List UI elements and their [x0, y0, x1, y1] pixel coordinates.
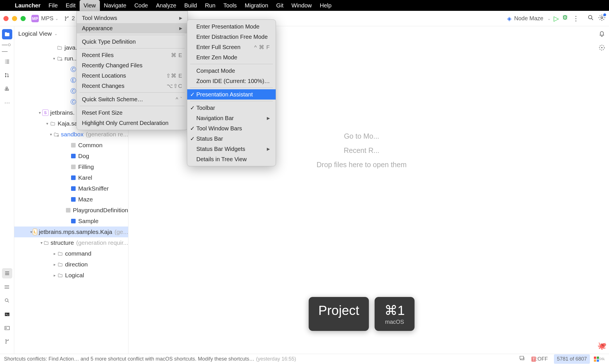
tool-icon-a[interactable]	[2, 268, 12, 278]
tree-row[interactable]: Sample	[14, 216, 128, 227]
octocat-icon[interactable]: 🐙	[597, 341, 606, 350]
menu-item-tool-window-bars[interactable]: ✓Tool Window Bars	[187, 123, 276, 134]
tree-row[interactable]: ▾Msandbox(generation re...	[14, 129, 128, 140]
byte-icon[interactable]	[598, 44, 606, 53]
menubar-file[interactable]: File	[45, 0, 62, 11]
menu-item-tool-windows[interactable]: Tool Windows▶	[77, 13, 187, 23]
menubar-view[interactable]: View	[80, 0, 100, 11]
more-vertical-icon[interactable]: ⋮	[572, 15, 579, 23]
menu-item-enter-full-screen[interactable]: Enter Full Screen^ ⌘ F	[187, 42, 276, 52]
window-close-button[interactable]	[3, 16, 9, 21]
menubar-build[interactable]: Build	[180, 0, 201, 11]
menubar-analyze[interactable]: Analyze	[152, 0, 180, 11]
chevron-down-icon[interactable]: ⌄	[55, 16, 59, 21]
menu-item-highlight-only-current-declaration[interactable]: Highlight Only Current Declaration	[77, 118, 187, 128]
svg-point-14	[601, 47, 602, 48]
menu-item-status-bar-widgets[interactable]: Status Bar Widgets▶	[187, 144, 276, 154]
git-tool-icon[interactable]	[2, 337, 12, 347]
tree-chevron-icon[interactable]: ▾	[29, 230, 33, 234]
search-icon[interactable]	[587, 14, 594, 23]
menu-item-zoom-ide-current-100-[interactable]: Zoom IDE (Current: 100%)…	[187, 76, 276, 86]
commit-tool-icon[interactable]: —○—	[2, 43, 12, 53]
build-tool-icon[interactable]	[2, 84, 12, 94]
cube-icon: ◈	[507, 15, 511, 22]
tree-row[interactable]: ▾structure(generation requir...	[14, 237, 128, 248]
tree-row[interactable]: Karel	[14, 172, 128, 183]
find-tool-icon[interactable]	[2, 296, 12, 306]
menu-item-recently-changed-files[interactable]: Recently Changed Files	[77, 60, 187, 70]
tree-chevron-icon[interactable]: ▸	[52, 262, 57, 267]
memory-widget[interactable]: 5781 of 6807	[554, 354, 590, 364]
more-tool-icon[interactable]: ⋯	[2, 98, 12, 108]
menubar-code[interactable]: Code	[130, 0, 152, 11]
menubar-tools[interactable]: Tools	[219, 0, 241, 11]
tool-icon-b[interactable]	[2, 282, 12, 292]
play-icon[interactable]: ▷	[554, 15, 559, 23]
run-config-selector[interactable]: ◈ Node Maze ⌄	[507, 15, 551, 22]
menu-item-quick-type-definition[interactable]: Quick Type Definition	[77, 37, 187, 47]
pull-requests-tool-icon[interactable]	[2, 70, 12, 80]
menu-item-navigation-bar[interactable]: Navigation Bar▶	[187, 113, 276, 123]
project-badge-icon[interactable]: MP	[31, 15, 39, 22]
node-blue-icon	[70, 196, 76, 203]
menubar-edit[interactable]: Edit	[62, 0, 79, 11]
tree-row[interactable]: Dog	[14, 151, 128, 161]
project-name[interactable]: MPS	[41, 15, 53, 22]
dsl-icon[interactable]: DSL	[594, 357, 605, 362]
tree-chevron-icon[interactable]: ▾	[39, 240, 44, 245]
menu-label: Enter Presentation Mode	[196, 23, 259, 30]
svg-point-6	[5, 287, 5, 287]
menu-item-details-in-tree-view[interactable]: Details in Tree View	[187, 154, 276, 164]
window-minimize-button[interactable]	[12, 16, 17, 21]
tree-row[interactable]: Common	[14, 140, 128, 151]
menu-item-compact-mode[interactable]: Compact Mode	[187, 66, 276, 76]
toff-widget[interactable]: T:OFF	[529, 355, 550, 363]
notifications-icon[interactable]	[598, 30, 606, 39]
folder-m-icon: M	[57, 55, 63, 62]
tree-chevron-icon[interactable]: ▾	[37, 110, 42, 115]
vcs-branch-widget[interactable]: 2	[64, 15, 75, 22]
tree-chevron-icon[interactable]: ▾	[45, 121, 50, 126]
menu-item-quick-switch-scheme-[interactable]: Quick Switch Scheme…^ `	[77, 94, 187, 104]
settings-icon[interactable]	[598, 14, 606, 23]
menu-item-status-bar[interactable]: ✓Status Bar	[187, 134, 276, 144]
menu-item-toolbar[interactable]: ✓Toolbar	[187, 103, 276, 113]
tree-row[interactable]: ▸direction	[14, 259, 128, 270]
tree-row[interactable]: MarkSniffer	[14, 183, 128, 194]
status-message[interactable]: Shortcuts conflicts: Find Action… and 5 …	[4, 356, 519, 362]
tree-row[interactable]: ▸command	[14, 248, 128, 259]
chat-icon[interactable]	[519, 355, 525, 363]
terminal-tool-icon[interactable]	[2, 309, 12, 319]
tree-chevron-icon[interactable]: ▸	[52, 251, 57, 256]
menubar-navigate[interactable]: Navigate	[100, 0, 130, 11]
tree-chevron-icon[interactable]: ▾	[51, 56, 57, 61]
svg-rect-17	[594, 359, 596, 362]
console-tool-icon[interactable]	[2, 323, 12, 333]
menubar-help[interactable]: Help	[316, 0, 336, 11]
tree-chevron-icon[interactable]: ▾	[49, 132, 53, 137]
menubar-run[interactable]: Run	[201, 0, 219, 11]
menu-item-recent-changes[interactable]: Recent Changes⌥⇧C	[77, 81, 187, 91]
menubar-git[interactable]: Git	[272, 0, 288, 11]
menu-item-reset-font-size[interactable]: Reset Font Size	[77, 108, 187, 118]
menubar-window[interactable]: Window	[287, 0, 316, 11]
menubar-migration[interactable]: Migration	[241, 0, 272, 11]
project-tool-icon[interactable]	[2, 29, 12, 39]
menu-item-enter-presentation-mode[interactable]: Enter Presentation Mode	[187, 21, 276, 32]
menubar-app[interactable]: Launcher	[11, 0, 45, 11]
menu-item-presentation-assistant[interactable]: ✓Presentation Assistant	[187, 89, 276, 100]
tree-row[interactable]: Filling	[14, 161, 128, 172]
tree-row[interactable]: ▾Ljetbrains.mps.samples.Kaja(ge...	[14, 227, 128, 237]
menu-item-appearance[interactable]: Appearance▶	[77, 23, 187, 33]
debug-icon[interactable]	[562, 14, 568, 23]
menu-item-enter-zen-mode[interactable]: Enter Zen Mode	[187, 52, 276, 62]
structure-tool-icon[interactable]	[2, 56, 12, 67]
tree-row[interactable]: ▸Logical	[14, 270, 128, 281]
tree-chevron-icon[interactable]: ▸	[52, 273, 57, 278]
tree-row[interactable]: Maze	[14, 194, 128, 205]
tree-row[interactable]: PlaygroundDefinition	[14, 205, 128, 216]
menu-item-recent-files[interactable]: Recent Files⌘ E	[77, 50, 187, 60]
menu-item-recent-locations[interactable]: Recent Locations⇧⌘ E	[77, 70, 187, 81]
window-maximize-button[interactable]	[21, 16, 26, 21]
menu-item-enter-distraction-free-mode[interactable]: Enter Distraction Free Mode	[187, 32, 276, 42]
